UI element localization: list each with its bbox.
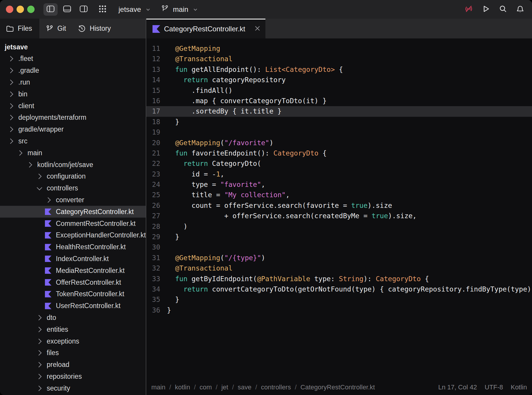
chevron-right-icon[interactable] <box>36 174 43 178</box>
tree-item-file[interactable]: OfferRestController.kt <box>0 276 146 288</box>
breadcrumb-segment[interactable]: controllers <box>261 383 291 391</box>
toggle-right-panel-button[interactable] <box>77 3 91 16</box>
branch-selector[interactable]: main <box>161 5 202 14</box>
code-line[interactable]: 13 fun getAllEndpoint(): List<CategoryDt… <box>146 64 532 75</box>
chevron-right-icon[interactable] <box>36 339 43 343</box>
breadcrumb-segment[interactable]: CategoryRestController.kt <box>301 383 375 391</box>
chevron-right-icon[interactable] <box>36 316 43 320</box>
workspaces-button[interactable] <box>96 3 109 16</box>
chevron-right-icon[interactable] <box>26 163 33 167</box>
tree-item-folder[interactable]: bin <box>0 88 146 100</box>
chevron-right-icon[interactable] <box>7 127 14 131</box>
tree-item-file[interactable]: HealthRestController.kt <box>0 241 146 253</box>
code-line[interactable]: 19 <box>146 127 532 137</box>
connection-offline-button[interactable] <box>464 4 474 14</box>
tree-item-file[interactable]: TokenRestController.kt <box>0 288 146 300</box>
code-editor[interactable]: 11 @GetMapping12 @Transactional13 fun ge… <box>146 38 532 380</box>
code-line[interactable]: 20 @GetMapping("/favorite") <box>146 138 532 148</box>
tab-history[interactable]: History <box>78 19 111 38</box>
tree-item-folder[interactable]: deployments/terraform <box>0 112 146 124</box>
run-button[interactable] <box>481 4 491 14</box>
tree-item-file[interactable]: CommentRestController.kt <box>0 218 146 229</box>
chevron-right-icon[interactable] <box>7 104 14 108</box>
tree-item-folder[interactable]: src <box>0 135 146 147</box>
code-line[interactable]: 22 return CategoryDto( <box>146 158 532 169</box>
breadcrumb-segment[interactable]: kotlin <box>175 383 190 391</box>
code-line[interactable]: 29 } <box>146 232 532 242</box>
chevron-right-icon[interactable] <box>36 363 43 367</box>
code-line[interactable]: 16 .map { convertCategoryToDto(it) } <box>146 96 532 106</box>
breadcrumb-segment[interactable]: save <box>238 383 251 391</box>
tree-item-folder[interactable]: exceptions <box>0 335 146 347</box>
code-line[interactable]: 27 + offerService.search(createdByMe = t… <box>146 211 532 221</box>
chevron-right-icon[interactable] <box>36 375 43 378</box>
breadcrumb-segment[interactable]: com <box>200 383 212 391</box>
chevron-right-icon[interactable] <box>7 139 14 143</box>
tree-item-folder[interactable]: configuration <box>0 171 146 182</box>
notifications-button[interactable] <box>515 4 525 14</box>
tree-item-folder[interactable]: gradle/wrapper <box>0 124 146 135</box>
code-line[interactable]: 33 fun getByIdEndpoint(@PathVariable typ… <box>146 274 532 284</box>
tree-item-folder[interactable]: files <box>0 347 146 359</box>
project-selector[interactable]: jetsave <box>119 5 151 14</box>
tree-item-folder[interactable]: security <box>0 382 146 394</box>
chevron-right-icon[interactable] <box>36 328 43 331</box>
chevron-right-icon[interactable] <box>45 198 52 202</box>
chevron-right-icon[interactable] <box>36 386 43 390</box>
code-line[interactable]: 15 .findAll() <box>146 85 532 96</box>
chevron-right-icon[interactable] <box>7 57 14 61</box>
close-tab-icon[interactable] <box>254 25 261 33</box>
chevron-right-icon[interactable] <box>36 351 43 355</box>
tree-item-file[interactable]: ExceptionHandlerController.kt <box>0 229 146 241</box>
code-line[interactable]: 35 } <box>146 294 532 305</box>
tree-item-folder[interactable]: .fleet <box>0 53 146 65</box>
tree-item-folder[interactable]: .run <box>0 77 146 88</box>
file-language[interactable]: Kotlin <box>511 383 527 391</box>
code-line[interactable]: 21 fun favoriteEndpoint(): CategoryDto { <box>146 148 532 158</box>
tree-item-folder[interactable]: repositories <box>0 371 146 383</box>
breadcrumb-segment[interactable]: main <box>151 383 166 391</box>
tree-item-folder[interactable]: main <box>0 147 146 159</box>
tree-item-folder[interactable]: converter <box>0 194 146 206</box>
caret-position[interactable]: Ln 17, Col 42 <box>438 383 477 391</box>
zoom-window-button[interactable] <box>27 6 35 13</box>
tree-item-folder[interactable]: preload <box>0 359 146 371</box>
code-line[interactable]: 28 ) <box>146 221 532 232</box>
tab-files[interactable]: Files <box>0 19 39 38</box>
code-line[interactable]: 14 return categoryRepository <box>146 75 532 85</box>
tree-item-file[interactable]: MediaRestController.kt <box>0 265 146 276</box>
tree-item-file[interactable]: CategoryRestController.kt <box>0 206 146 218</box>
tree-item-folder[interactable]: entities <box>0 323 146 335</box>
chevron-right-icon[interactable] <box>7 69 14 72</box>
code-line[interactable]: 12 @Transactional <box>146 54 532 64</box>
tree-item-folder[interactable]: kotlin/com/jet/save <box>0 159 146 171</box>
tree-item-folder[interactable]: client <box>0 100 146 112</box>
breadcrumb-segment[interactable]: jet <box>221 383 228 391</box>
code-line[interactable]: 30 <box>146 242 532 252</box>
code-line[interactable]: 25 title = "My collection", <box>146 190 532 200</box>
file-encoding[interactable]: UTF-8 <box>485 383 503 391</box>
chevron-right-icon[interactable] <box>7 92 14 96</box>
chevron-right-icon[interactable] <box>7 116 14 119</box>
toggle-bottom-panel-button[interactable] <box>60 3 74 16</box>
chevron-down-icon[interactable] <box>36 187 43 190</box>
tree-item-file[interactable]: IndexController.kt <box>0 253 146 265</box>
tab-git[interactable]: Git <box>46 19 66 38</box>
tree-item-file[interactable]: UserRestController.kt <box>0 300 146 312</box>
code-line[interactable]: 31 @GetMapping("/{type}") <box>146 253 532 263</box>
code-line[interactable]: 11 @GetMapping <box>146 43 532 54</box>
code-line-active[interactable]: 17 .sortedBy { it.title } <box>146 106 532 116</box>
editor-tab-active[interactable]: CategoryRestController.kt <box>146 19 265 38</box>
minimize-window-button[interactable] <box>17 6 24 13</box>
chevron-right-icon[interactable] <box>17 151 24 155</box>
code-line[interactable]: 34 return convertCategoryToDto(getOrNotF… <box>146 284 532 294</box>
tree-item-folder[interactable]: controllers <box>0 182 146 194</box>
close-window-button[interactable] <box>6 6 13 13</box>
code-line[interactable]: 18 } <box>146 117 532 127</box>
code-line[interactable]: 23 id = -1, <box>146 169 532 179</box>
search-button[interactable] <box>498 4 508 14</box>
code-line[interactable]: 24 type = "favorite", <box>146 179 532 190</box>
code-line[interactable]: 32 @Transactional <box>146 263 532 273</box>
tree-item-folder[interactable]: dto <box>0 312 146 324</box>
chevron-right-icon[interactable] <box>7 80 14 84</box>
